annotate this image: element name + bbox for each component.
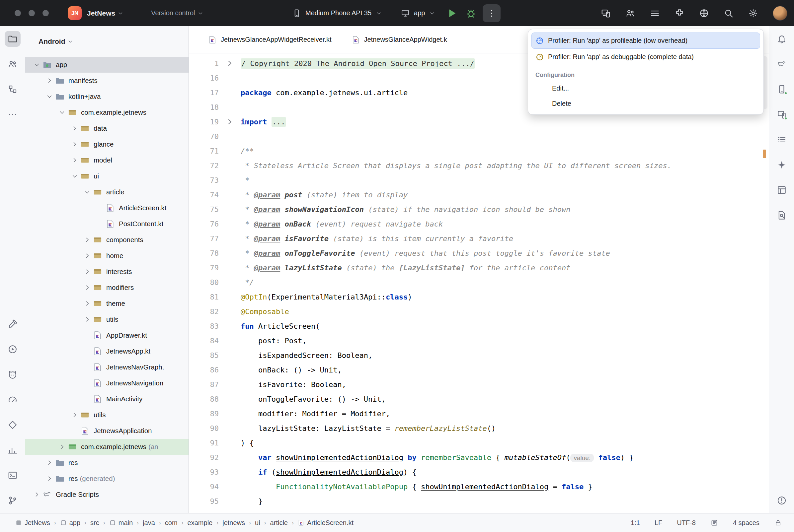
tree-item-jetnewsapp-kt[interactable]: JetnewsApp.kt (25, 343, 188, 359)
indent-setting[interactable]: 4 spaces (733, 519, 759, 527)
terminal-icon[interactable] (5, 467, 21, 483)
tree-item-appdrawer-kt[interactable]: AppDrawer.kt (25, 327, 188, 343)
chevron-down-icon[interactable] (69, 172, 80, 180)
more-actions-button[interactable] (483, 4, 501, 22)
running-devices-icon[interactable] (774, 107, 790, 122)
menu-item-edit[interactable]: Edit... (532, 81, 760, 96)
tree-item-data[interactable]: data (25, 120, 188, 136)
chevron-right-icon[interactable] (82, 283, 93, 292)
tree-item-glance[interactable]: glance (25, 136, 188, 152)
project-menu[interactable]: JetNews (87, 9, 115, 17)
project-view-selector[interactable]: Android (25, 26, 188, 57)
chevron-right-icon[interactable] (31, 490, 42, 499)
tree-item-app[interactable]: app (25, 57, 188, 73)
tree-item-manifests[interactable]: manifests (25, 73, 188, 89)
tree-item-utils[interactable]: utils (25, 407, 188, 423)
breadcrumb-item-java[interactable]: java (143, 519, 155, 527)
menu-item-profiler-profileable[interactable]: Profiler: Run 'app' as profileable (low … (532, 33, 760, 49)
editor-config-icon[interactable] (710, 519, 718, 527)
chevron-right-icon[interactable] (56, 442, 68, 451)
tab-jetnewsglanceappwidgetreceiver[interactable]: JetnewsGlanceAppWidgetReceiver.kt (198, 26, 341, 53)
line-separator[interactable]: LF (654, 519, 662, 527)
tree-item-article[interactable]: article (25, 184, 188, 200)
tree-item-res[interactable]: res (25, 455, 188, 471)
commit-icon[interactable] (5, 56, 21, 72)
run-config-selector[interactable]: app (414, 9, 425, 17)
chevron-right-icon[interactable] (44, 458, 55, 467)
chevron-right-icon[interactable] (82, 251, 93, 260)
build-icon[interactable] (5, 316, 21, 332)
project-icon[interactable] (5, 31, 21, 47)
tree-item-components[interactable]: components (25, 232, 188, 248)
breadcrumb-item-com[interactable]: com (165, 519, 178, 527)
notifications-icon[interactable] (774, 31, 790, 47)
breadcrumb-item-jetnews[interactable]: jetnews (222, 519, 245, 527)
zoom-button[interactable] (42, 10, 49, 16)
version-control-icon[interactable] (5, 493, 21, 509)
close-button[interactable] (15, 10, 21, 16)
more-icon[interactable] (5, 107, 21, 122)
breadcrumb-item-articlescreen-kt[interactable]: ArticleScreen.kt (298, 519, 353, 527)
chevron-right-icon[interactable] (69, 140, 80, 149)
fold-marker-icon[interactable] (219, 59, 241, 67)
breadcrumb-item-app[interactable]: app (60, 519, 80, 527)
search-icon[interactable] (724, 8, 734, 18)
profiler-icon[interactable] (5, 392, 21, 407)
app-insights-icon[interactable] (774, 207, 790, 223)
breadcrumb-item-article[interactable]: article (270, 519, 288, 527)
tree-item-interests[interactable]: interests (25, 264, 188, 280)
minimize-button[interactable] (29, 10, 35, 16)
chevron-right-icon[interactable] (69, 124, 80, 133)
chevron-right-icon[interactable] (44, 474, 55, 483)
tree-item-jetnewsnavigation[interactable]: JetnewsNavigation (25, 375, 188, 391)
todo-icon[interactable] (774, 132, 790, 148)
ai-assistant-icon[interactable] (774, 157, 790, 173)
cursor-position[interactable]: 1:1 (631, 519, 640, 527)
tree-item-utils[interactable]: utils (25, 311, 188, 327)
tree-item-theme[interactable]: theme (25, 296, 188, 311)
tree-item-jetnewsnavgraph[interactable]: JetnewsNavGraph. (25, 359, 188, 375)
breadcrumb-item-example[interactable]: example (187, 519, 213, 527)
run-button[interactable] (445, 7, 458, 20)
logcat-icon[interactable] (5, 366, 21, 382)
breadcrumb-item-src[interactable]: src (90, 519, 99, 527)
tree-item-com-example-jetnews[interactable]: com.example.jetnews (an (25, 439, 188, 455)
tree-item-com-example-jetnews[interactable]: com.example.jetnews (25, 104, 188, 120)
debug-button[interactable] (465, 7, 477, 19)
settings-icon[interactable] (748, 8, 758, 18)
menu-item-delete[interactable]: Delete (532, 96, 760, 111)
code-area[interactable]: 1/ Copyright 2020 The Android Open Sourc… (189, 53, 769, 513)
chevron-right-icon[interactable] (69, 156, 80, 165)
layout-inspector-icon[interactable] (774, 182, 790, 198)
chevron-right-icon[interactable] (82, 267, 93, 276)
chevron-right-icon[interactable] (69, 411, 80, 419)
chevron-right-icon[interactable] (82, 299, 93, 308)
file-encoding[interactable]: UTF-8 (677, 519, 696, 527)
tree-item-model[interactable]: model (25, 152, 188, 168)
tree-item-ui[interactable]: ui (25, 168, 188, 184)
main-menu-icon[interactable] (650, 8, 660, 18)
tree-item-modifiers[interactable]: modifiers (25, 280, 188, 296)
remote-dev-icon[interactable] (699, 8, 709, 18)
fold-marker-icon[interactable] (219, 118, 241, 126)
tree-item-jetnewsapplication[interactable]: JetnewsApplication (25, 423, 188, 439)
breadcrumb-item-jetnews[interactable]: JetNews (15, 519, 50, 527)
build-analyzer-icon[interactable] (5, 442, 21, 458)
chevron-down-icon[interactable] (82, 188, 93, 196)
chevron-right-icon[interactable] (44, 76, 55, 85)
tree-item-home[interactable]: home (25, 248, 188, 264)
chevron-down-icon[interactable] (56, 108, 68, 117)
chevron-down-icon[interactable] (44, 92, 55, 101)
plugins-icon[interactable] (675, 8, 684, 18)
chevron-right-icon[interactable] (82, 235, 93, 244)
tree-item-articlescreen-kt[interactable]: ArticleScreen.kt (25, 200, 188, 216)
tree-item-res[interactable]: res (generated) (25, 471, 188, 487)
version-control-menu[interactable]: Version control (151, 9, 195, 17)
tree-item-mainactivity[interactable]: MainActivity (25, 391, 188, 407)
structure-icon[interactable] (5, 81, 21, 97)
tab-jetnewsglanceappwidget[interactable]: JetnewsGlanceAppWidget.k (341, 26, 457, 53)
tree-item-postcontent-kt[interactable]: PostContent.kt (25, 216, 188, 232)
device-manager-icon[interactable] (774, 81, 790, 97)
code-with-me-icon[interactable] (625, 8, 635, 18)
run-icon[interactable] (5, 341, 21, 357)
